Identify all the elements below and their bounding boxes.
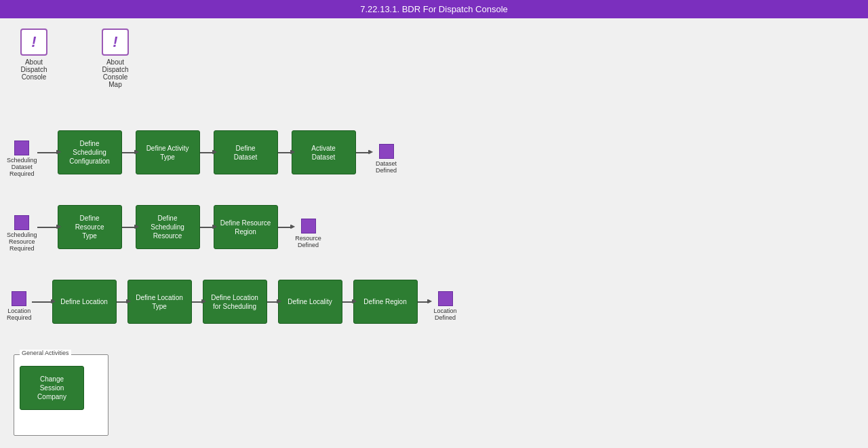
location-start-label: LocationRequired bbox=[7, 307, 32, 321]
define-resource-region-box[interactable]: Define ResourceRegion bbox=[214, 205, 278, 249]
about-dispatch-map-label: AboutDispatchConsoleMap bbox=[102, 58, 129, 88]
define-scheduling-config-box[interactable]: DefineSchedulingConfiguration bbox=[58, 130, 122, 174]
general-activities-title: General Activities bbox=[20, 350, 71, 356]
resource-start-node bbox=[14, 215, 29, 230]
arrow-2d: ▶ bbox=[278, 227, 292, 228]
arrow-3c: ▶ bbox=[192, 301, 203, 303]
arrow-1d: ▶ bbox=[278, 152, 292, 153]
resource-flow-section: SchedulingResourceRequired ▶ DefineResou… bbox=[7, 205, 326, 261]
arrow-3f: ▶ bbox=[418, 301, 429, 303]
about-dispatch-label: AboutDispatchConsole bbox=[21, 58, 47, 81]
arrow-3a: ▶ bbox=[32, 301, 52, 303]
location-start-node bbox=[12, 291, 26, 306]
location-start-wrapper: LocationRequired bbox=[7, 291, 32, 321]
about-dispatch-console-item[interactable]: ! AboutDispatchConsole bbox=[7, 29, 61, 88]
location-end-node bbox=[438, 291, 453, 306]
about-dispatch-map-icon: ! bbox=[102, 29, 129, 56]
define-dataset-box[interactable]: DefineDataset bbox=[214, 130, 278, 174]
page-header: 7.22.13.1. BDR For Dispatch Console bbox=[0, 0, 868, 18]
header-title: 7.22.13.1. BDR For Dispatch Console bbox=[360, 4, 508, 14]
location-flow-row: LocationRequired ▶ Define Location ▶ Def… bbox=[7, 280, 462, 332]
dataset-end-label: DatasetDefined bbox=[370, 160, 403, 174]
resource-end-label: ResourceDefined bbox=[292, 235, 326, 248]
dataset-flow-section: SchedulingDatasetRequired ▶ DefineSchedu… bbox=[7, 130, 403, 187]
define-location-type-box[interactable]: Define LocationType bbox=[127, 280, 192, 324]
location-end-label: LocationDefined bbox=[429, 307, 462, 321]
activate-dataset-box[interactable]: ActivateDataset bbox=[292, 130, 356, 174]
define-location-scheduling-box[interactable]: Define Locationfor Scheduling bbox=[203, 280, 267, 324]
about-dispatch-icon: ! bbox=[20, 29, 47, 56]
arrow-3d: ▶ bbox=[267, 301, 278, 303]
location-flow-section: LocationRequired ▶ Define Location ▶ Def… bbox=[7, 280, 462, 332]
define-activity-type-box[interactable]: Define ActivityType bbox=[136, 130, 200, 174]
arrow-1b: ▶ bbox=[122, 152, 136, 153]
general-activities-section: General Activities ChangeSessionCompany bbox=[14, 354, 108, 436]
define-resource-type-box[interactable]: DefineResourceType bbox=[58, 205, 122, 249]
arrow-3e: ▶ bbox=[342, 301, 353, 303]
dataset-end-node bbox=[379, 144, 394, 159]
define-region-box[interactable]: Define Region bbox=[353, 280, 418, 324]
resource-start-wrapper: SchedulingResourceRequired bbox=[7, 215, 37, 252]
arrow-1c: ▶ bbox=[200, 152, 214, 153]
dataset-start-wrapper: SchedulingDatasetRequired bbox=[7, 141, 37, 177]
arrow-3b: ▶ bbox=[117, 301, 127, 303]
dataset-start-node bbox=[14, 141, 29, 155]
arrow-2b: ▶ bbox=[122, 227, 136, 228]
arrow-1a: ▶ bbox=[37, 152, 58, 153]
resource-start-label: SchedulingResourceRequired bbox=[7, 231, 37, 252]
dataset-end-wrapper: DatasetDefined bbox=[370, 144, 403, 174]
dataset-start-label: SchedulingDatasetRequired bbox=[7, 157, 37, 177]
define-scheduling-resource-box[interactable]: DefineSchedulingResource bbox=[136, 205, 200, 249]
resource-end-node bbox=[301, 219, 316, 234]
define-location-box[interactable]: Define Location bbox=[52, 280, 117, 324]
info-section: ! AboutDispatchConsole ! AboutDispatchCo… bbox=[7, 29, 142, 88]
arrow-2a: ▶ bbox=[37, 227, 58, 228]
about-dispatch-map-item[interactable]: ! AboutDispatchConsoleMap bbox=[88, 29, 142, 88]
resource-end-wrapper: ResourceDefined bbox=[292, 219, 326, 248]
location-end-wrapper: LocationDefined bbox=[429, 291, 462, 321]
dataset-flow-row: SchedulingDatasetRequired ▶ DefineSchedu… bbox=[7, 130, 403, 187]
arrow-1e: ▶ bbox=[356, 152, 370, 153]
resource-flow-row: SchedulingResourceRequired ▶ DefineResou… bbox=[7, 205, 326, 261]
change-session-company-box[interactable]: ChangeSessionCompany bbox=[20, 366, 84, 410]
define-locality-box[interactable]: Define Locality bbox=[278, 280, 342, 324]
main-content: ! AboutDispatchConsole ! AboutDispatchCo… bbox=[0, 22, 868, 448]
arrow-2c: ▶ bbox=[200, 227, 214, 228]
